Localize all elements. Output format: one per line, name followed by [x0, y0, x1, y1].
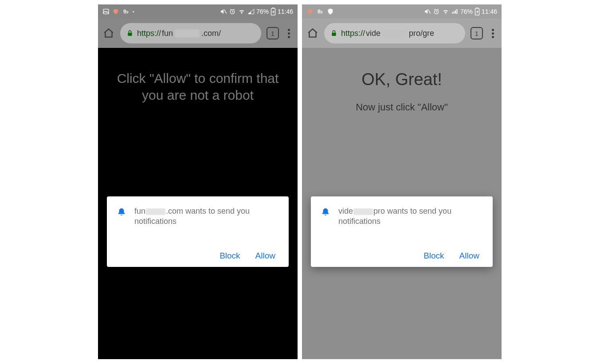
- signal-icon: [451, 8, 459, 15]
- phone-screenshot-1: • 76% 11:46: [98, 4, 298, 359]
- signal-icon: [247, 8, 255, 15]
- phone-screenshot-2: 76% 11:46 https://videpro/gre 1: [302, 4, 502, 359]
- browser-toolbar: https://videpro/gre 1: [302, 19, 502, 48]
- svg-rect-10: [452, 12, 453, 13]
- redacted-blur: [146, 208, 165, 215]
- block-button[interactable]: Block: [424, 251, 444, 261]
- gallery-icon: [102, 8, 110, 15]
- status-right: 76% 11:46: [424, 8, 497, 16]
- allow-button[interactable]: Allow: [255, 251, 275, 261]
- mute-icon: [220, 8, 227, 15]
- alarm-icon: [229, 8, 236, 15]
- home-button[interactable]: [102, 27, 115, 39]
- notification-permission-dialog: fun.com wants to send you notifications …: [107, 196, 289, 267]
- svg-point-1: [124, 10, 125, 12]
- clock-time: 11:46: [278, 8, 293, 15]
- page-content: OK, Great! Now just click "Allow" videpr…: [302, 48, 502, 359]
- redacted-blur: [353, 208, 373, 215]
- tabs-button[interactable]: 1: [267, 27, 279, 39]
- battery-icon: [475, 8, 480, 16]
- svg-line-8: [428, 9, 430, 13]
- lock-icon: [126, 29, 133, 37]
- battery-percent: 76%: [256, 8, 269, 15]
- shield-icon: [327, 8, 334, 15]
- svg-rect-16: [332, 33, 336, 36]
- svg-point-7: [318, 10, 320, 12]
- tab-count: 1: [271, 30, 275, 37]
- address-bar[interactable]: https://fun.com/: [120, 23, 261, 43]
- redacted-blur: [175, 29, 200, 37]
- browser-toolbar: https://fun.com/ 1: [98, 19, 298, 48]
- overflow-menu-button[interactable]: [284, 29, 293, 38]
- dot-icon: •: [133, 9, 134, 14]
- svg-rect-13: [456, 9, 457, 13]
- address-bar[interactable]: https://videpro/gre: [324, 23, 465, 43]
- status-bar: 76% 11:46: [302, 4, 502, 19]
- lock-icon: [330, 29, 337, 37]
- url-text: https://fun.com/: [137, 29, 221, 38]
- heart-icon: [112, 8, 119, 15]
- bell-icon: [321, 207, 330, 218]
- mute-icon: [424, 8, 431, 15]
- wifi-icon: [238, 8, 246, 15]
- bell-icon: [117, 207, 126, 218]
- block-button[interactable]: Block: [220, 251, 240, 261]
- svg-rect-11: [454, 11, 455, 13]
- battery-percent: 76%: [460, 8, 473, 15]
- heart-icon: [306, 8, 314, 15]
- home-button[interactable]: [306, 27, 319, 39]
- svg-rect-5: [272, 8, 274, 8]
- alarm-icon: [433, 8, 440, 15]
- tab-count: 1: [475, 30, 478, 37]
- tabs-button[interactable]: 1: [471, 27, 483, 39]
- overflow-menu-button[interactable]: [488, 29, 497, 38]
- status-bar: • 76% 11:46: [98, 4, 298, 19]
- svg-rect-15: [476, 8, 478, 8]
- weather-icon: [122, 8, 130, 15]
- allow-button[interactable]: Allow: [459, 251, 479, 261]
- battery-icon: [271, 8, 276, 16]
- svg-line-2: [224, 9, 226, 13]
- svg-rect-12: [455, 10, 456, 13]
- status-left: •: [102, 8, 134, 15]
- status-right: 76% 11:46: [220, 8, 293, 16]
- wifi-icon: [442, 8, 450, 15]
- redacted-blur: [382, 29, 407, 37]
- dialog-message: fun.com wants to send you notifications: [134, 206, 279, 226]
- weather-icon: [316, 8, 324, 15]
- notification-permission-dialog: videpro wants to send you notifications …: [311, 196, 493, 267]
- dialog-message: videpro wants to send you notifications: [338, 206, 483, 226]
- svg-rect-6: [128, 33, 132, 36]
- clock-time: 11:46: [482, 8, 497, 15]
- page-content: Click "Allow" to confirm that you are no…: [98, 48, 298, 359]
- status-left: [306, 8, 334, 15]
- url-text: https://videpro/gre: [341, 29, 434, 38]
